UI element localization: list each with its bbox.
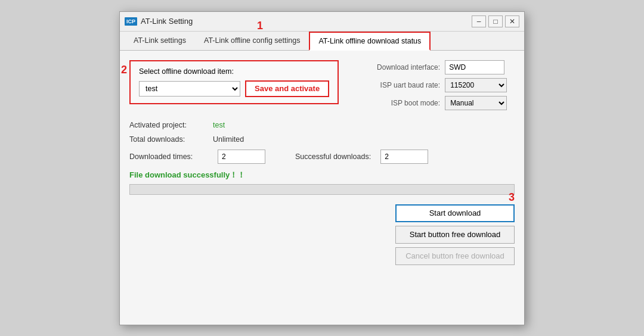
save-activate-button[interactable]: Save and activate	[245, 80, 329, 97]
app-icon: ICP	[125, 17, 137, 26]
select-download-box: Select offline download item: test Save …	[129, 60, 339, 104]
maximize-button[interactable]: □	[488, 15, 503, 27]
download-interface-value[interactable]	[445, 60, 504, 74]
start-download-button[interactable]: Start download	[395, 204, 515, 222]
isp-boot-row: ISP boot mode: Manual	[363, 96, 507, 110]
tab-bar: AT-Link settings AT-Link offline config …	[120, 32, 524, 51]
select-row: test Save and activate	[139, 80, 329, 97]
download-interface-label: Download interface:	[363, 63, 440, 71]
downloaded-times-label: Downloaded times:	[129, 153, 213, 161]
progress-bar	[129, 184, 515, 195]
status-message: File download successfully！！	[129, 170, 515, 181]
downloaded-times-group: Downloaded times:	[129, 150, 265, 164]
downloaded-times-input[interactable]	[218, 150, 265, 164]
download-item-select[interactable]: test	[139, 81, 240, 97]
tabs-container: 1 AT-Link settings AT-Link offline confi…	[120, 32, 524, 51]
annotation-1: 1	[257, 20, 263, 32]
top-row: 2 Select offline download item: test Sav…	[129, 60, 515, 110]
start-button-free-download-button[interactable]: Start button free download	[395, 226, 515, 244]
select-item-label: Select offline download item:	[139, 67, 329, 76]
activated-project-label: Activated project:	[129, 121, 213, 129]
window-controls: – □ ✕	[472, 15, 519, 27]
info-section: Activated project: test Total downloads:…	[129, 121, 515, 164]
annotation-3: 3	[509, 191, 515, 204]
isp-baud-select[interactable]: 115200	[445, 78, 507, 92]
successful-downloads-label: Successful downloads:	[295, 153, 371, 161]
main-window: ICP AT-Link Setting – □ ✕ 1 AT-Link sett…	[119, 11, 525, 325]
tab-at-link-offline-download[interactable]: AT-Link offline download status	[309, 32, 431, 51]
isp-boot-select[interactable]: Manual	[445, 96, 507, 110]
annotation-2: 2	[121, 64, 127, 76]
bottom-buttons: 3 Start download Start button free downl…	[129, 204, 515, 265]
isp-baud-row: ISP uart baud rate: 115200	[363, 78, 507, 92]
download-interface-row: Download interface:	[363, 60, 507, 74]
successful-downloads-group: Successful downloads:	[295, 150, 428, 164]
content-area: 2 Select offline download item: test Sav…	[120, 51, 524, 325]
minimize-button[interactable]: –	[472, 15, 486, 27]
window-title: AT-Link Setting	[141, 17, 472, 26]
tab-at-link-settings[interactable]: AT-Link settings	[125, 32, 195, 51]
activated-project-value: test	[213, 121, 225, 129]
activated-project-row: Activated project: test	[129, 121, 515, 129]
isp-boot-label: ISP boot mode:	[363, 99, 440, 107]
title-bar: ICP AT-Link Setting – □ ✕	[120, 12, 524, 32]
total-downloads-value: Unlimited	[213, 135, 244, 144]
close-button[interactable]: ✕	[505, 15, 519, 27]
total-downloads-row: Total downloads: Unlimited	[129, 135, 515, 144]
isp-baud-label: ISP uart baud rate:	[363, 81, 440, 89]
offline-download-section: 2 Select offline download item: test Sav…	[129, 60, 339, 110]
successful-downloads-input[interactable]	[380, 150, 428, 164]
cancel-button-free-download-button[interactable]: Cancel button free download	[395, 247, 515, 265]
settings-right: Download interface: ISP uart baud rate: …	[363, 60, 507, 110]
tab-at-link-offline-config[interactable]: AT-Link offline config settings	[195, 32, 309, 51]
total-downloads-label: Total downloads:	[129, 135, 213, 144]
downloads-counts-row: Downloaded times: Successful downloads:	[129, 150, 515, 164]
